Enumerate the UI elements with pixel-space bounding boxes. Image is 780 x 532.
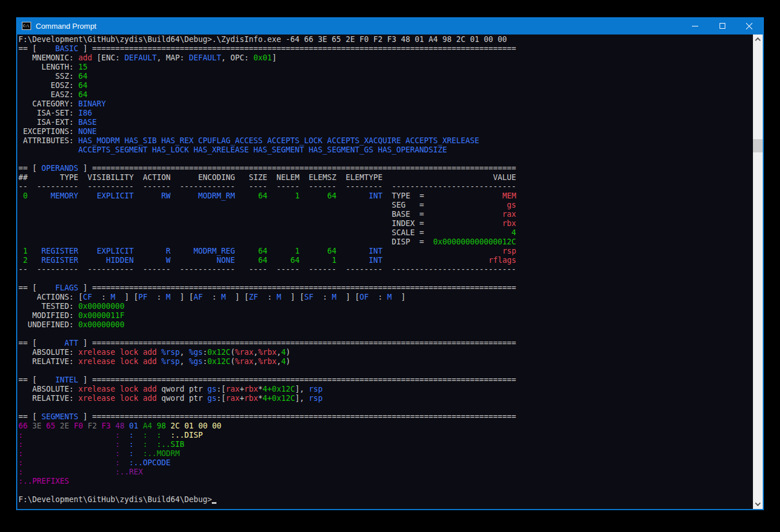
terminal-window: C:\ Command Prompt F:\Development\GitHub… bbox=[16, 17, 764, 510]
console-line: TESTED: 0x00000000 bbox=[18, 302, 753, 311]
console-line: == [ OPERANDS ] ========================… bbox=[18, 164, 753, 173]
chevron-down-icon bbox=[755, 500, 761, 506]
console-line: == [ INTEL ] ===========================… bbox=[18, 376, 753, 385]
console-line: BASE = rax bbox=[18, 210, 753, 219]
console-line: : :..REX bbox=[18, 468, 753, 477]
console-line: SCALE = 4 bbox=[18, 228, 753, 238]
console-line: SEG = gs bbox=[18, 201, 753, 210]
console-line: : : :..OPCODE bbox=[18, 458, 753, 468]
console-line: ATTRIBUTES: HAS_MODRM HAS_SIB HAS_REX CP… bbox=[18, 136, 753, 146]
scrollbar-thumb[interactable] bbox=[753, 139, 763, 152]
console-line bbox=[18, 366, 753, 376]
console-line: : : : :..MODRM bbox=[18, 449, 753, 458]
console-line: INDEX = rbx bbox=[18, 219, 753, 228]
console-line: MODIFIED: 0x0000011F bbox=[18, 311, 753, 320]
console-line bbox=[18, 274, 753, 284]
console-line: DISP = 0x000000000000012C bbox=[18, 238, 753, 247]
console: F:\Development\GitHub\zydis\Build64\Debu… bbox=[17, 35, 763, 509]
console-line: : : : : :..SIB bbox=[18, 440, 753, 449]
maximize-button[interactable] bbox=[709, 17, 736, 35]
console-line: ACCEPTS_SEGMENT HAS_LOCK HAS_XRELEASE HA… bbox=[18, 146, 753, 155]
console-line: ACTIONS: [CF : M ] [PF : M ] [AF : M ] [… bbox=[18, 293, 753, 302]
console-line: 0 MEMORY EXPLICIT RW MODRM_RM 64 1 64 IN… bbox=[18, 192, 753, 201]
console-line: == [ ATT ] =============================… bbox=[18, 339, 753, 348]
console-line: ABSOLUTE: xrelease lock add %rsp, %gs:0x… bbox=[18, 348, 753, 357]
console-line: MNEMONIC: add [ENC: DEFAULT, MAP: DEFAUL… bbox=[18, 53, 753, 63]
text-cursor bbox=[212, 496, 216, 504]
console-line bbox=[18, 486, 753, 495]
console-line: == [ BASIC ] ===========================… bbox=[18, 44, 753, 53]
console-line: == [ FLAGS ] ===========================… bbox=[18, 284, 753, 293]
console-line bbox=[18, 155, 753, 164]
console-line: UNDEFINED: 0x00000000 bbox=[18, 320, 753, 330]
minimize-icon bbox=[692, 26, 698, 26]
cmd-icon: C:\ bbox=[22, 22, 31, 30]
console-line: F:\Development\GitHub\zydis\Build64\Debu… bbox=[18, 35, 753, 44]
console-line: 2 REGISTER HIDDEN W NONE 64 64 1 INT rfl… bbox=[18, 256, 753, 265]
console-line: CATEGORY: BINARY bbox=[18, 99, 753, 109]
window-title: Command Prompt bbox=[36, 22, 96, 30]
console-line: F:\Development\GitHub\zydis\Build64\Debu… bbox=[18, 495, 753, 504]
console-line: == [ SEGMENTS ] ========================… bbox=[18, 412, 753, 422]
console-line: : : : : : :..DISP bbox=[18, 431, 753, 440]
minimize-button[interactable] bbox=[682, 17, 709, 35]
console-line: ISA-SET: I86 bbox=[18, 109, 753, 118]
chevron-up-icon bbox=[755, 37, 761, 43]
window-controls bbox=[682, 17, 763, 35]
console-line: -- --------- ---------- ------ ---------… bbox=[18, 265, 753, 274]
console-line: :..PREFIXES bbox=[18, 477, 753, 486]
console-line: EOSZ: 64 bbox=[18, 81, 753, 90]
scrollbar[interactable] bbox=[753, 35, 763, 509]
console-line: 66 3E 65 2E F0 F2 F3 48 01 A4 98 2C 01 0… bbox=[18, 422, 753, 431]
console-line: 1 REGISTER EXPLICIT R MODRM_REG 64 1 64 … bbox=[18, 247, 753, 256]
console-line bbox=[18, 403, 753, 412]
desktop: { "window": { "title": "Command Prompt",… bbox=[0, 0, 780, 532]
console-line: EXCEPTIONS: NONE bbox=[18, 127, 753, 136]
close-icon bbox=[745, 22, 753, 30]
console-line: SSZ: 64 bbox=[18, 72, 753, 81]
console-line: EASZ: 64 bbox=[18, 90, 753, 99]
scrollbar-down-button[interactable] bbox=[753, 499, 763, 509]
console-line: ABSOLUTE: xrelease lock add qword ptr gs… bbox=[18, 385, 753, 394]
console-line: LENGTH: 15 bbox=[18, 63, 753, 72]
console-line: RELATIVE: xrelease lock add %rsp, %gs:0x… bbox=[18, 357, 753, 366]
console-line: ## TYPE VISIBILITY ACTION ENCODING SIZE … bbox=[18, 173, 753, 182]
scrollbar-up-button[interactable] bbox=[753, 35, 763, 44]
close-button[interactable] bbox=[736, 17, 763, 35]
title-bar[interactable]: C:\ Command Prompt bbox=[17, 17, 763, 35]
console-line: -- --------- ---------- ------ ---------… bbox=[18, 182, 753, 192]
console-line: RELATIVE: xrelease lock add qword ptr gs… bbox=[18, 394, 753, 403]
console-line: ISA-EXT: BASE bbox=[18, 118, 753, 127]
maximize-icon bbox=[720, 23, 725, 29]
console-output[interactable]: F:\Development\GitHub\zydis\Build64\Debu… bbox=[17, 35, 753, 509]
console-line bbox=[18, 330, 753, 339]
